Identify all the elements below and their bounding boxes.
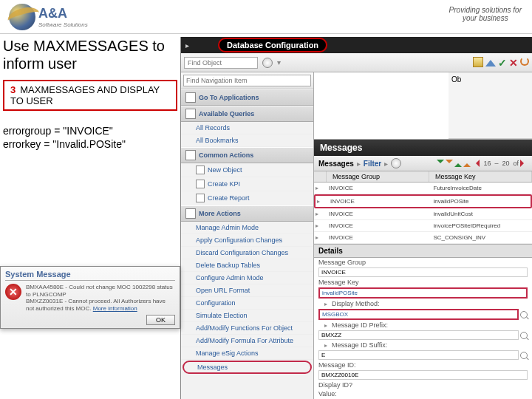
- app-screenshot: ▸ Database Configuration ▾ ✓ ✕ Go To App…: [180, 37, 532, 399]
- slide-left-column: Use MAXMESSAGES to inform user MAXMESSAG…: [3, 37, 177, 151]
- code-line-1: errorgroup = "INVOICE": [3, 124, 177, 137]
- nav-reload-url[interactable]: Open URL Format: [181, 284, 313, 297]
- common-icon: [185, 150, 196, 160]
- nav-add-modify[interactable]: Add/Modify Functions For Object: [181, 322, 313, 335]
- detail-msggroup: Message Group: [314, 258, 532, 267]
- detail-display-val[interactable]: MSGBOX: [318, 309, 519, 320]
- nav-common-section[interactable]: Common Actions: [181, 147, 313, 163]
- find-nav-input[interactable]: [183, 75, 311, 86]
- detail-msgid-val[interactable]: BMXZZ0010E: [318, 370, 528, 380]
- nav-reload-text[interactable]: Configuration: [181, 297, 313, 310]
- pager-to: 20: [502, 160, 509, 167]
- find-object-input[interactable]: [184, 57, 258, 69]
- col-message-group[interactable]: Message Group: [327, 171, 429, 182]
- app-arrow-icon[interactable]: ▸: [185, 41, 189, 50]
- new-icon: [196, 166, 205, 174]
- queries-icon: [185, 109, 196, 119]
- lookup-icon-2[interactable]: [520, 332, 528, 339]
- messages-panel-bar: Messages ▸ Filter ▸ 16 – 20 of: [314, 156, 532, 171]
- logo-text: A&A: [38, 6, 88, 21]
- goto-icon: [185, 92, 196, 103]
- nav-queries-section[interactable]: Available Queries: [181, 106, 313, 122]
- top-bar: A&A Software Solutions Providing solutio…: [0, 0, 532, 34]
- more-info-link: More information: [93, 305, 137, 312]
- report-icon: [196, 194, 205, 202]
- table-row[interactable]: ▸INVOICESC_CONSIGN_INV: [314, 232, 532, 244]
- code-line-2: errorkey = "Invalid.POSite": [3, 137, 177, 151]
- detail-msggroup-val[interactable]: INVOICE: [318, 267, 528, 277]
- detail-suffix-val[interactable]: E: [318, 350, 519, 360]
- collapse-icon[interactable]: [472, 160, 480, 167]
- prev-page-icon[interactable]: [446, 160, 453, 167]
- slide-title: Use MAXMESSAGES to inform user: [3, 37, 177, 72]
- app-titlebar: ▸ Database Configuration: [181, 37, 532, 53]
- table-row[interactable]: ▸INVOICEinvalidUnitCost: [314, 208, 532, 220]
- first-page-icon[interactable]: [437, 160, 444, 167]
- nav-goto-section[interactable]: Go To Applications: [181, 89, 313, 106]
- nav-reload-cache[interactable]: Configure Admin Mode: [181, 272, 313, 284]
- detail-display: ▸Display Method:: [314, 299, 532, 308]
- detail-value-label: Value:: [314, 389, 532, 398]
- detail-msgkey-val[interactable]: invalidPOSite: [318, 287, 528, 299]
- pager-from: 16: [483, 160, 491, 167]
- pager-arrows: 16 – 20 of: [437, 160, 528, 167]
- system-message-text: BMXAA4580E - Could not change MOC 100229…: [26, 284, 175, 312]
- ok-button[interactable]: OK: [146, 315, 175, 325]
- nav-messages[interactable]: Messages: [183, 361, 312, 374]
- nav-new-object[interactable]: New Object: [181, 163, 313, 177]
- code-text: errorgroup = "INVOICE" errorkey = "Inval…: [3, 124, 177, 151]
- nav-more-section[interactable]: More Actions: [181, 205, 313, 222]
- nav-manage-esig[interactable]: Manage eSig Actions: [181, 347, 313, 360]
- table-body: ▸INVOICEFutureInvoiceDate▸INVOICEinvalid…: [314, 183, 532, 244]
- nav-all-records[interactable]: All Records: [181, 122, 313, 134]
- table-header: Message Group Message Key: [314, 171, 532, 183]
- more-icon: [185, 208, 196, 219]
- next-page-icon[interactable]: [454, 160, 462, 167]
- error-icon: ✕: [5, 284, 21, 300]
- section-title-pill: Database Configuration: [218, 38, 327, 52]
- nav-create-report[interactable]: Create Report: [181, 191, 313, 205]
- bulletin-icon[interactable]: [473, 57, 483, 67]
- kpi-icon: [196, 180, 205, 188]
- table-row[interactable]: ▸INVOICEinvalidPOSite: [314, 194, 532, 208]
- nav-add-modify2[interactable]: Add/Modify Formula For Attribute: [181, 335, 313, 347]
- nav-all-bookmarks[interactable]: All Bookmarks: [181, 134, 313, 147]
- nav-find-wrap: [181, 72, 313, 89]
- detail-msgid: Message ID:: [314, 361, 532, 369]
- col-message-key[interactable]: Message Key: [429, 171, 532, 182]
- tagline: Providing solutions for your business: [449, 6, 522, 22]
- right-pane: Ob Messages Messages ▸ Filter ▸ 16: [314, 72, 532, 399]
- nav-apply-config[interactable]: Apply Configuration Changes: [181, 234, 313, 247]
- filter-search-icon[interactable]: [391, 158, 401, 168]
- last-page-icon[interactable]: [463, 160, 471, 167]
- object-area: Ob: [449, 72, 532, 139]
- home-icon[interactable]: [485, 55, 496, 66]
- nav-manage-admin[interactable]: Manage Admin Mode: [181, 222, 313, 234]
- step-box: MAXMESSAGES AND DISPLAY TO USER: [3, 80, 177, 111]
- table-row[interactable]: ▸INVOICEFutureInvoiceDate: [314, 183, 532, 194]
- detail-prefix: ▸Message ID Prefix:: [314, 321, 532, 330]
- detail-prefix-val[interactable]: BMXZZ: [318, 330, 519, 340]
- lookup-icon[interactable]: [520, 311, 528, 318]
- filter-link[interactable]: Filter: [364, 160, 381, 168]
- detail-suffix: ▸Message ID Suffix:: [314, 341, 532, 349]
- save-icon[interactable]: ✓: [498, 57, 507, 69]
- route-icon[interactable]: [520, 57, 529, 66]
- expand-icon[interactable]: [520, 160, 528, 167]
- detail-msgkey: Message Key: [314, 278, 532, 287]
- nav-pane: Go To Applications Available Queries All…: [181, 72, 314, 399]
- detail-displayid: Display ID?: [314, 381, 532, 389]
- messages-panel-title: Messages: [314, 140, 532, 156]
- nav-create-kpi[interactable]: Create KPI: [181, 177, 313, 191]
- nav-discard-config[interactable]: Discard Configuration Changes: [181, 247, 313, 259]
- clear-icon[interactable]: ✕: [509, 57, 518, 69]
- messages-header: Messages: [318, 160, 354, 168]
- search-icon[interactable]: [262, 58, 273, 68]
- table-row[interactable]: ▸INVOICEinvoicePOSiteIDRequired: [314, 220, 532, 232]
- logo-icon: [9, 4, 35, 30]
- toolbar: ▾ ✓ ✕: [181, 53, 532, 72]
- lookup-icon-3[interactable]: [520, 352, 528, 359]
- nav-reload-db[interactable]: Delete Backup Tables: [181, 259, 313, 272]
- logo-subtitle: Software Solutions: [38, 21, 88, 28]
- nav-reload-import[interactable]: Simulate Election: [181, 310, 313, 322]
